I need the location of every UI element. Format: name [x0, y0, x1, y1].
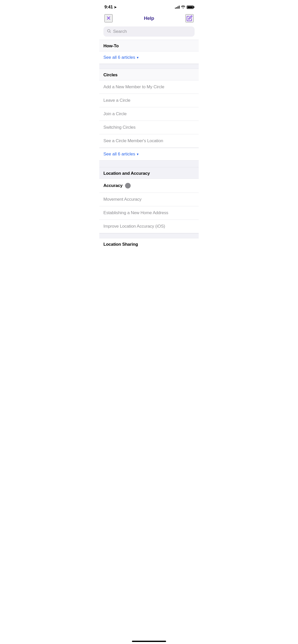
section-header-location-accuracy: Location and Accuracy [99, 167, 199, 179]
circles-item-5: See a Circle Member's Location [103, 138, 163, 143]
close-button[interactable]: ✕ [104, 14, 113, 22]
circles-item-3: Join a Circle [103, 111, 127, 116]
battery-icon [187, 6, 194, 9]
search-container [99, 25, 199, 40]
edit-button[interactable] [185, 14, 194, 22]
edit-icon [186, 15, 193, 21]
circles-item-1: Add a New Member to My Circle [103, 84, 164, 89]
signal-bars-icon [175, 6, 180, 9]
accuracy-item: Accuracy [103, 183, 195, 188]
wifi-icon [181, 5, 185, 9]
page-title: Help [144, 16, 154, 21]
status-icons [175, 5, 194, 9]
chevron-down-icon: ▾ [137, 55, 139, 60]
search-bar[interactable] [103, 26, 195, 37]
status-bar: 9:41 ➤ [99, 0, 199, 12]
circles-item-2: Leave a Circle [103, 98, 130, 103]
how-to-see-all-link[interactable]: See all 6 articles ▾ [99, 51, 199, 64]
list-item[interactable]: Add a New Member to My Circle [99, 80, 199, 94]
section-header-location-sharing: Location Sharing [99, 238, 199, 250]
list-item[interactable]: Establishing a New Home Address [99, 206, 199, 220]
circles-see-all-link[interactable]: See all 6 articles ▾ [99, 148, 199, 160]
section-header-circles-text: Circles [103, 72, 117, 77]
status-time: 9:41 [104, 5, 113, 10]
location-arrow-icon: ➤ [114, 5, 117, 9]
list-item[interactable]: See a Circle Member's Location [99, 134, 199, 148]
chevron-down-icon-2: ▾ [137, 152, 139, 156]
search-icon [107, 29, 111, 34]
list-item-accuracy[interactable]: Accuracy [99, 179, 199, 193]
list-item[interactable]: Leave a Circle [99, 94, 199, 107]
list-item[interactable]: Join a Circle [99, 107, 199, 121]
location-item-2: Movement Accuracy [103, 197, 142, 202]
section-spacer-1 [99, 64, 199, 69]
section-header-circles: Circles [99, 69, 199, 80]
nav-bar: ✕ Help [99, 12, 199, 25]
list-item[interactable]: Improve Location Accuracy (iOS) [99, 220, 199, 233]
location-item-3: Establishing a New Home Address [103, 210, 168, 215]
section-header-how-to: How-To [99, 40, 199, 51]
list-item[interactable]: Movement Accuracy [99, 193, 199, 206]
accuracy-indicator-dot [125, 183, 131, 188]
section-header-how-to-text: How-To [103, 43, 119, 48]
circles-see-all-text: See all 6 articles [103, 152, 135, 157]
section-header-location-accuracy-text: Location and Accuracy [103, 171, 150, 176]
how-to-see-all-text: See all 6 articles [103, 55, 135, 60]
section-spacer-2 [99, 160, 199, 167]
section-spacer-3 [99, 233, 199, 238]
location-item-4: Improve Location Accuracy (iOS) [103, 224, 165, 229]
search-input[interactable] [113, 29, 191, 34]
circles-item-4: Switching Circles [103, 125, 136, 130]
section-header-location-sharing-text: Location Sharing [103, 242, 138, 247]
list-item[interactable]: Switching Circles [99, 121, 199, 134]
